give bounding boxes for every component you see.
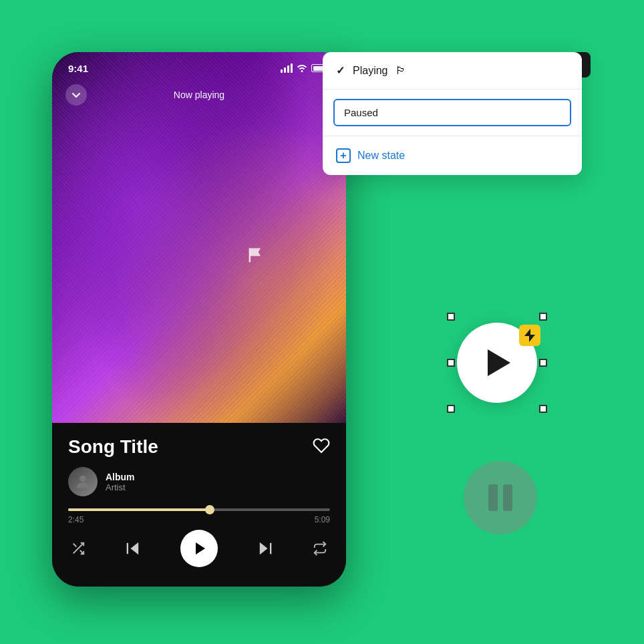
artist-avatar [68, 467, 98, 496]
play-button[interactable] [180, 530, 218, 567]
previous-button[interactable] [124, 539, 142, 558]
svg-marker-5 [131, 542, 139, 555]
song-title: Song Title [68, 436, 158, 458]
wifi-icon [297, 63, 307, 74]
artist-info: Album Artist [106, 472, 135, 492]
now-playing-label: Now playing [174, 90, 224, 100]
artist-row: Album Artist [68, 467, 330, 496]
check-icon: ✓ [336, 64, 345, 77]
play-component-inner [447, 313, 547, 413]
play-component [447, 313, 547, 413]
handle-bottom-right[interactable] [539, 405, 547, 413]
playing-state-item[interactable]: ✓ Playing 🏳 [323, 52, 582, 90]
album-name: Album [106, 472, 135, 482]
progress-fill [68, 508, 210, 511]
time-current: 2:45 [68, 515, 84, 524]
next-button[interactable] [256, 539, 275, 558]
handle-middle-right[interactable] [539, 359, 547, 367]
shuffle-button[interactable] [71, 541, 86, 556]
status-time: 9:41 [68, 63, 88, 74]
playing-flag-icon: 🏳 [395, 65, 406, 77]
time-total: 5:09 [315, 515, 330, 524]
progress-thumb [205, 505, 214, 514]
pause-bar-right [503, 484, 512, 511]
paused-input-row [323, 90, 582, 136]
handle-top-right[interactable] [539, 313, 547, 321]
handle-bottom-left[interactable] [447, 405, 455, 413]
new-state-row[interactable]: + New state [323, 136, 582, 175]
new-state-label: New state [357, 150, 405, 162]
lightning-badge [519, 325, 540, 346]
time-row: 2:45 5:09 [68, 515, 330, 524]
collapse-button[interactable] [65, 84, 87, 106]
svg-marker-7 [196, 542, 205, 554]
progress-area: 2:45 5:09 [68, 508, 330, 524]
phone-mockup: 9:41 Now pla [52, 52, 346, 587]
repeat-button[interactable] [313, 541, 327, 556]
svg-point-1 [79, 476, 86, 482]
plus-icon: + [336, 148, 351, 163]
song-title-row: Song Title [68, 436, 330, 458]
paused-state-input[interactable] [333, 99, 571, 126]
handle-middle-left[interactable] [447, 359, 455, 367]
pause-bars [488, 484, 512, 511]
pause-bar-left [488, 484, 498, 511]
flag-overlay-icon [246, 246, 265, 267]
controls-row [68, 530, 330, 567]
pause-button-large[interactable] [464, 461, 537, 534]
state-dropdown-panel: ✓ Playing 🏳 + New state [323, 52, 582, 175]
status-bar: 9:41 [52, 52, 346, 84]
now-playing-header: Now playing [52, 84, 346, 106]
player-bottom: Song Title Album Artist [52, 423, 346, 587]
svg-marker-8 [260, 542, 268, 555]
playing-label: Playing [353, 65, 387, 77]
svg-marker-10 [524, 329, 535, 342]
signal-icon [281, 63, 293, 73]
progress-bar[interactable] [68, 508, 330, 511]
album-art: Now playing [52, 52, 346, 440]
play-triangle-icon [488, 349, 510, 376]
artist-name: Artist [106, 482, 135, 492]
svg-line-3 [73, 544, 77, 547]
handle-top-left[interactable] [447, 313, 455, 321]
heart-button[interactable] [313, 437, 330, 457]
